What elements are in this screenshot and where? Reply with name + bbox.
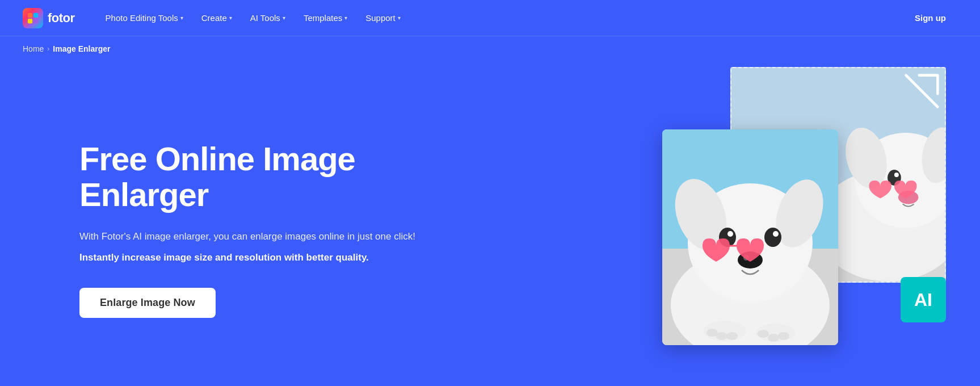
svg-point-31: [726, 332, 738, 340]
breadcrumb: Home › Image Enlarger: [0, 36, 980, 61]
enlarge-image-now-button[interactable]: Enlarge Image Now: [79, 288, 216, 318]
svg-point-23: [773, 231, 779, 237]
svg-rect-3: [33, 18, 38, 23]
signup-button[interactable]: Sign up: [903, 9, 957, 27]
hero-section: Free Online Image Enlarger With Fotor's …: [0, 61, 980, 386]
nav-photo-editing-tools-label: Photo Editing Tools: [106, 13, 178, 23]
svg-point-32: [758, 330, 769, 338]
svg-point-11: [894, 173, 899, 177]
svg-point-34: [778, 332, 789, 340]
hero-main-dog-image: [662, 129, 838, 345]
nav-ai-tools[interactable]: AI Tools ▾: [242, 9, 293, 27]
brand-name: fotor: [48, 11, 75, 26]
ai-badge-text: AI: [914, 290, 932, 311]
ai-badge: AI: [901, 277, 946, 322]
svg-rect-1: [33, 12, 38, 17]
breadcrumb-separator: ›: [47, 45, 49, 53]
nav-photo-editing-tools[interactable]: Photo Editing Tools ▾: [98, 9, 191, 27]
hero-illustration: AI: [662, 67, 946, 345]
nav-create[interactable]: Create ▾: [194, 9, 240, 27]
nav-support-label: Support: [365, 13, 396, 23]
svg-point-30: [716, 332, 727, 340]
hero-title: Free Online Image Enlarger: [79, 141, 477, 213]
hero-description-1: With Fotor's AI image enlarger, you can …: [79, 229, 477, 244]
breadcrumb-home-link[interactable]: Home: [23, 44, 44, 53]
nav-ai-tools-label: AI Tools: [250, 13, 280, 23]
hero-description-2: Instantly increase image size and resolu…: [79, 250, 477, 265]
nav-menu: Photo Editing Tools ▾ Create ▾ AI Tools …: [98, 9, 903, 27]
hero-dog-main-svg: [662, 129, 838, 345]
nav-support[interactable]: Support ▾: [357, 9, 409, 27]
nav-templates-label: Templates: [304, 13, 342, 23]
svg-point-33: [768, 334, 779, 342]
chevron-down-icon: ▾: [398, 15, 401, 21]
navbar: fotor Photo Editing Tools ▾ Create ▾ AI …: [0, 0, 980, 36]
logo[interactable]: fotor: [23, 8, 75, 28]
svg-point-29: [706, 329, 718, 337]
chevron-down-icon: ▾: [229, 15, 232, 21]
svg-point-21: [727, 231, 733, 237]
nav-create-label: Create: [201, 13, 227, 23]
expand-arrow-icon: [903, 73, 940, 110]
breadcrumb-current-page: Image Enlarger: [53, 44, 110, 53]
svg-point-22: [764, 228, 781, 247]
svg-rect-0: [28, 12, 32, 17]
nav-templates[interactable]: Templates ▾: [296, 9, 355, 27]
chevron-down-icon: ▾: [180, 15, 183, 21]
fotor-logo-icon: [23, 8, 43, 28]
chevron-down-icon: ▾: [283, 15, 285, 21]
svg-rect-2: [28, 18, 32, 23]
chevron-down-icon: ▾: [344, 15, 347, 21]
hero-content: Free Online Image Enlarger With Fotor's …: [79, 141, 477, 318]
svg-line-13: [906, 75, 938, 107]
